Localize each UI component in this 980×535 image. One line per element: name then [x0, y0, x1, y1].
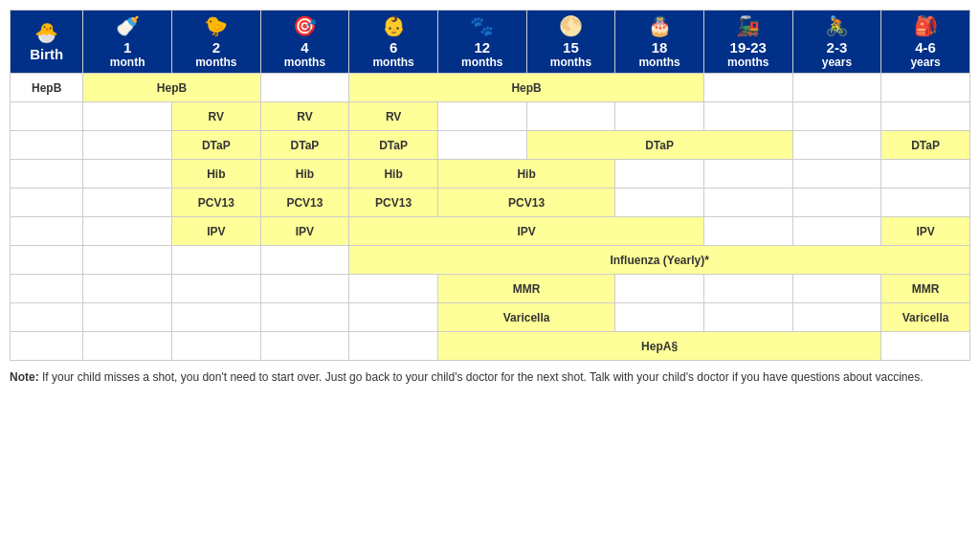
rv-empty-4-6yr [881, 102, 970, 131]
15mo-icon: 🌕 [530, 14, 612, 37]
pcv13-empty-2-3yr [792, 189, 881, 217]
rv-empty-19-23mo [703, 102, 792, 131]
rv-empty-1mo [83, 102, 172, 131]
ipv-6mo-18mo: IPV [349, 217, 704, 246]
2-3yr-icon: 🚴 [796, 14, 879, 37]
mmr-empty-4mo [260, 275, 349, 303]
rv-empty-12mo [437, 102, 526, 131]
hepb-empty-19-23mo [703, 74, 792, 102]
hepa-12mo-23mo: HepA§ [437, 332, 880, 361]
hepa-empty-4-6yr [881, 332, 970, 361]
mmr-empty-6mo [349, 275, 438, 303]
ipv-label-empty [11, 217, 83, 246]
mmr-12mo-15mo: MMR [437, 275, 614, 303]
4mo-icon: 🎯 [264, 14, 346, 37]
varicella-empty-19-23mo [703, 303, 792, 332]
flu-6mo-all: Influenza (Yearly)* [349, 246, 970, 275]
hepa-empty-2mo [171, 332, 260, 361]
table-row: IPV IPV IPV IPV [11, 217, 970, 246]
table-row: HepB HepB HepB [11, 74, 970, 102]
hib-empty-19-23mo [703, 160, 792, 189]
hepa-empty-4mo [260, 332, 349, 361]
mmr-empty-2-3yr [792, 275, 881, 303]
dtap-15mo-18mo: DTaP [526, 131, 792, 160]
hib-empty-2-3yr [792, 160, 881, 189]
birth-icon: 🐣 [13, 21, 79, 44]
note-text: If your child misses a shot, you don't n… [39, 370, 924, 384]
varicella-label-empty [11, 303, 83, 332]
pcv13-12mo-15mo: PCV13 [437, 189, 614, 217]
varicella-empty-1mo [83, 303, 172, 332]
dtap-empty-1mo [83, 131, 172, 160]
hib-empty-1mo [83, 160, 172, 189]
col-header-15mo: 🌕 15 months [526, 11, 615, 74]
hepb-empty-4mo [260, 74, 349, 102]
2mo-icon: 🐤 [175, 14, 257, 37]
hib-2mo: Hib [171, 160, 260, 189]
table-row: Hib Hib Hib Hib [11, 160, 970, 189]
flu-empty-4mo [260, 246, 349, 275]
pcv13-empty-18mo [615, 189, 704, 217]
dtap-6mo: DTaP [349, 131, 438, 160]
hib-empty-4-6yr [881, 160, 970, 189]
pcv13-empty-19-23mo [703, 189, 792, 217]
pcv13-label-empty [11, 189, 83, 217]
pcv13-6mo: PCV13 [349, 189, 438, 217]
dtap-empty-2-3yr [792, 131, 881, 160]
vaccine-schedule-table: 🐣 Birth 🍼 1 month 🐤 2 months 🎯 4 months [10, 10, 970, 361]
mmr-label-empty [11, 275, 83, 303]
mmr-empty-19-23mo [703, 275, 792, 303]
note-section: Note: If your child misses a shot, you d… [10, 368, 970, 386]
hepa-empty-6mo [349, 332, 438, 361]
4-6yr-icon: 🎒 [884, 14, 967, 37]
table-row: HepA§ [11, 332, 970, 361]
table-row: DTaP DTaP DTaP DTaP DTaP [11, 131, 970, 160]
pcv13-empty-4-6yr [881, 189, 970, 217]
flu-empty-2mo [171, 246, 260, 275]
varicella-empty-6mo [349, 303, 438, 332]
flu-empty-1mo [83, 246, 172, 275]
table-row: PCV13 PCV13 PCV13 PCV13 [11, 189, 970, 217]
varicella-4-6yr: Varicella [881, 303, 970, 332]
mmr-empty-18mo [615, 275, 704, 303]
col-header-birth: 🐣 Birth [11, 11, 83, 74]
19-23mo-icon: 🚂 [707, 14, 790, 37]
varicella-12mo-15mo: Varicella [437, 303, 614, 332]
rv-empty-18mo [615, 102, 704, 131]
ipv-4mo: IPV [260, 217, 349, 246]
col-header-1mo: 🍼 1 month [83, 11, 172, 74]
ipv-empty-19-23mo [703, 217, 792, 246]
mmr-empty-2mo [171, 275, 260, 303]
table-row: Varicella Varicella [11, 303, 970, 332]
ipv-empty-1mo [83, 217, 172, 246]
flu-label-empty [11, 246, 83, 275]
col-header-12mo: 🐾 12 months [437, 11, 526, 74]
ipv-2mo: IPV [171, 217, 260, 246]
table-row: RV RV RV [11, 102, 970, 131]
note-bold: Note: [10, 370, 39, 384]
ipv-empty-2-3yr [792, 217, 881, 246]
hib-label-empty [11, 160, 83, 189]
pcv13-4mo: PCV13 [260, 189, 349, 217]
varicella-empty-18mo [615, 303, 704, 332]
rv-empty-15mo [526, 102, 615, 131]
hepa-label-empty [11, 332, 83, 361]
col-header-2mo: 🐤 2 months [171, 11, 260, 74]
rv-label-empty [11, 102, 83, 131]
rv-empty-2-3yr [792, 102, 881, 131]
dtap-2mo: DTaP [171, 131, 260, 160]
dtap-4mo: DTaP [260, 131, 349, 160]
hib-4mo: Hib [260, 160, 349, 189]
dtap-4-6yr: DTaP [881, 131, 970, 160]
hepb-empty-4-6yr [881, 74, 970, 102]
1mo-icon: 🍼 [86, 14, 168, 37]
ipv-4-6yr: IPV [881, 217, 970, 246]
col-header-18mo: 🎂 18 months [615, 11, 704, 74]
col-header-4-6yr: 🎒 4-6 years [881, 11, 970, 74]
table-row: Influenza (Yearly)* [11, 246, 970, 275]
varicella-empty-2-3yr [792, 303, 881, 332]
18mo-icon: 🎂 [618, 14, 701, 37]
6mo-icon: 👶 [352, 14, 434, 37]
pcv13-2mo: PCV13 [171, 189, 260, 217]
col-header-2-3yr: 🚴 2-3 years [792, 11, 881, 74]
